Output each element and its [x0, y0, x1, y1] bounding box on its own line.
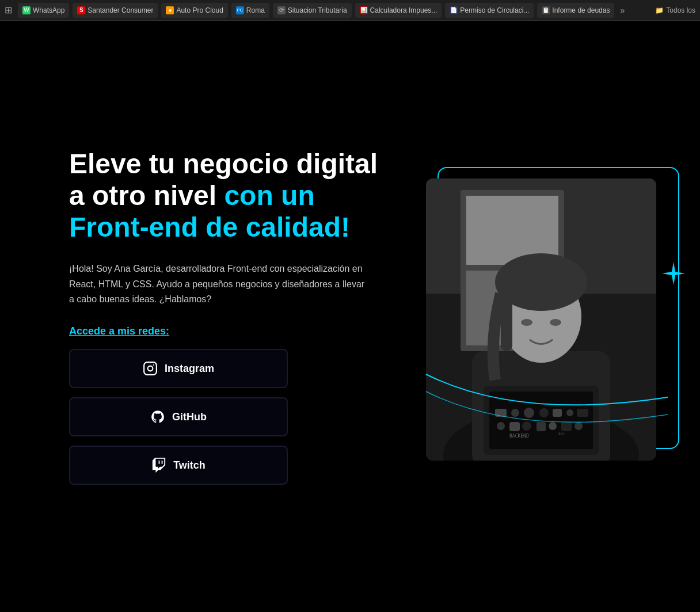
twitch-label: Twitch	[173, 459, 206, 472]
decorative-lines	[414, 351, 679, 443]
folder-label: Todos los	[666, 6, 695, 14]
tab-situacion[interactable]: ⟳ Situacion Tributaria	[273, 3, 352, 18]
tab-permiso-label: Permiso de Circulaci...	[460, 6, 529, 14]
instagram-button[interactable]: Instagram	[69, 349, 288, 388]
sparkle-decoration	[662, 262, 685, 285]
social-heading: Accede a mis redes:	[69, 325, 169, 337]
left-column: Eleve tu negocio digital a otro nivel co…	[69, 148, 391, 485]
situacion-favicon: ⟳	[277, 6, 286, 14]
image-container: BACKEND dev	[426, 167, 679, 466]
svg-point-2	[153, 364, 154, 366]
tab-whatsapp-label: WhatsApp	[33, 6, 64, 14]
instagram-label: Instagram	[165, 363, 214, 375]
twitch-button[interactable]: Twitch	[69, 446, 288, 485]
github-label: GitHub	[172, 411, 207, 423]
tab-auto[interactable]: ● Auto Pro Cloud	[161, 3, 227, 18]
tab-santander[interactable]: S Santander Consumer	[73, 3, 158, 18]
instagram-icon	[143, 361, 158, 376]
more-tabs-button[interactable]: »	[618, 6, 627, 15]
main-content: Eleve tu negocio digital a otro nivel co…	[0, 21, 700, 612]
tab-permiso[interactable]: 📄 Permiso de Circulaci...	[445, 3, 534, 18]
svg-rect-12	[501, 282, 512, 351]
tab-whatsapp[interactable]: W WhatsApp	[18, 3, 69, 18]
svg-rect-0	[144, 363, 157, 375]
svg-point-14	[550, 319, 561, 326]
tab-santander-label: Santander Consumer	[88, 6, 153, 14]
tab-informe-label: Informe de deudas	[552, 6, 610, 14]
tab-roma[interactable]: PC Roma	[231, 3, 269, 18]
tab-situacion-label: Situacion Tributaria	[288, 6, 347, 14]
svg-point-13	[521, 319, 532, 326]
hero-description: ¡Hola! Soy Ana García, desarrolladora Fr…	[69, 261, 368, 307]
tab-auto-label: Auto Pro Cloud	[176, 6, 223, 14]
bookmarks-folder[interactable]: 📁 Todos los	[655, 6, 695, 14]
browser-chrome-bar: ⊞ W WhatsApp S Santander Consumer ● Auto…	[0, 0, 700, 21]
whatsapp-favicon: W	[22, 6, 31, 14]
twitch-icon	[151, 458, 166, 473]
social-buttons-container: Instagram GitHub Twitch	[69, 349, 391, 485]
grid-icon[interactable]: ⊞	[5, 5, 12, 16]
informe-favicon: 📋	[542, 6, 550, 14]
tab-calculadora[interactable]: 📊 Calculadora Impues...	[355, 3, 442, 18]
roma-favicon: PC	[236, 6, 244, 14]
right-column: BACKEND dev	[426, 167, 691, 466]
auto-favicon: ●	[166, 6, 174, 14]
santander-favicon: S	[77, 6, 85, 14]
tab-informe[interactable]: 📋 Informe de deudas	[537, 3, 614, 18]
calculadora-favicon: 📊	[360, 6, 368, 14]
github-icon	[150, 409, 165, 424]
github-button[interactable]: GitHub	[69, 397, 288, 436]
hero-title: Eleve tu negocio digital a otro nivel co…	[69, 148, 391, 244]
svg-point-1	[148, 366, 153, 371]
tab-calculadora-label: Calculadora Impues...	[370, 6, 438, 14]
permiso-favicon: 📄	[450, 6, 458, 14]
tab-roma-label: Roma	[246, 6, 265, 14]
folder-icon: 📁	[655, 6, 664, 14]
